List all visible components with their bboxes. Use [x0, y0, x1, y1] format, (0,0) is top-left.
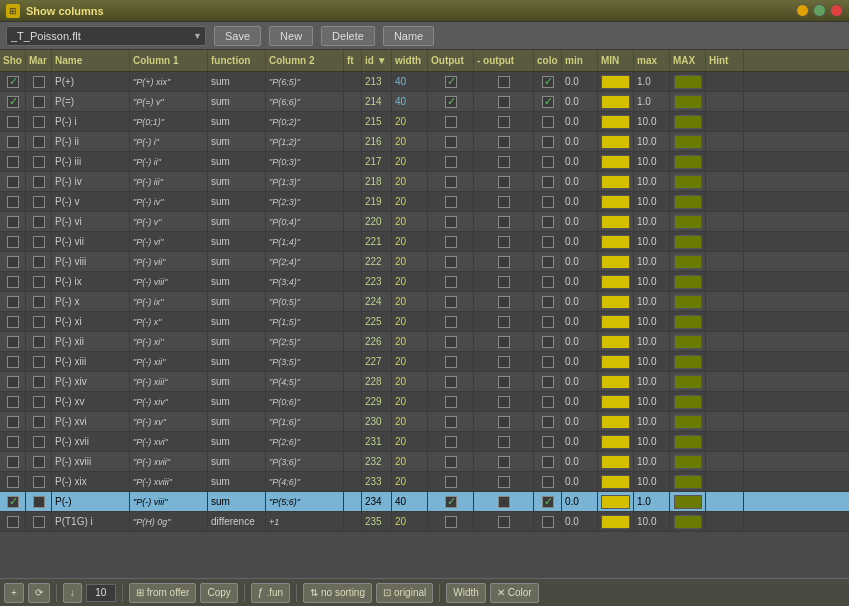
- refresh-button[interactable]: ⟳: [28, 583, 50, 603]
- checkbox[interactable]: [542, 316, 554, 328]
- checkbox[interactable]: [498, 376, 510, 388]
- from-offer-button[interactable]: ⊞ from offer: [129, 583, 197, 603]
- checkbox[interactable]: [33, 336, 45, 348]
- checkbox[interactable]: [498, 356, 510, 368]
- table-row[interactable]: P(-) x "P(-) ix" sum "P(0;5)" 224 20 0.0…: [0, 292, 849, 312]
- table-row[interactable]: P(-) "P(-) viii" sum "P(5;6)" 234 40 0.0…: [0, 492, 849, 512]
- checkbox[interactable]: [445, 176, 457, 188]
- table-row[interactable]: P(-) viii "P(-) vii" sum "P(2;4)" 222 20…: [0, 252, 849, 272]
- checkbox[interactable]: [445, 196, 457, 208]
- checkbox[interactable]: [542, 276, 554, 288]
- checkbox[interactable]: [542, 436, 554, 448]
- checkbox[interactable]: [542, 416, 554, 428]
- checkbox[interactable]: [33, 396, 45, 408]
- checkbox[interactable]: [33, 516, 45, 528]
- checkbox[interactable]: [7, 456, 19, 468]
- checkbox[interactable]: [542, 396, 554, 408]
- checkbox[interactable]: [445, 156, 457, 168]
- checkbox[interactable]: [445, 236, 457, 248]
- checkbox[interactable]: [33, 456, 45, 468]
- checkbox[interactable]: [498, 396, 510, 408]
- checkbox[interactable]: [445, 416, 457, 428]
- table-row[interactable]: P(-) vi "P(-) v" sum "P(0;4)" 220 20 0.0…: [0, 212, 849, 232]
- table-row[interactable]: P(+) "P(+) xix" sum "P(6;5)" 213 40 0.0 …: [0, 72, 849, 92]
- checkbox[interactable]: [498, 436, 510, 448]
- original-button[interactable]: ⊡ original: [376, 583, 433, 603]
- checkbox[interactable]: [33, 176, 45, 188]
- checkbox[interactable]: [7, 516, 19, 528]
- save-button[interactable]: Save: [214, 26, 261, 46]
- checkbox[interactable]: [498, 156, 510, 168]
- checkbox[interactable]: [445, 76, 457, 88]
- checkbox[interactable]: [498, 76, 510, 88]
- checkbox[interactable]: [33, 356, 45, 368]
- checkbox[interactable]: [445, 96, 457, 108]
- checkbox[interactable]: [445, 316, 457, 328]
- checkbox[interactable]: [542, 356, 554, 368]
- checkbox[interactable]: [445, 516, 457, 528]
- checkbox[interactable]: [445, 296, 457, 308]
- checkbox[interactable]: [33, 416, 45, 428]
- maximize-button[interactable]: [813, 4, 826, 17]
- checkbox[interactable]: [542, 196, 554, 208]
- checkbox[interactable]: [542, 176, 554, 188]
- checkbox[interactable]: [498, 96, 510, 108]
- checkbox[interactable]: [7, 316, 19, 328]
- checkbox[interactable]: [33, 496, 45, 508]
- arrow-down-button[interactable]: ↓: [63, 583, 82, 603]
- table-row[interactable]: P(-) vii "P(-) vi" sum "P(1;4)" 221 20 0…: [0, 232, 849, 252]
- checkbox[interactable]: [498, 276, 510, 288]
- checkbox[interactable]: [445, 396, 457, 408]
- table-row[interactable]: P(-) xviii "P(-) xvii" sum "P(3;6)" 232 …: [0, 452, 849, 472]
- checkbox[interactable]: [7, 336, 19, 348]
- checkbox[interactable]: [33, 116, 45, 128]
- checkbox[interactable]: [7, 436, 19, 448]
- checkbox[interactable]: [498, 296, 510, 308]
- fun-button[interactable]: ƒ .fun: [251, 583, 290, 603]
- checkbox[interactable]: [445, 336, 457, 348]
- checkbox[interactable]: [33, 196, 45, 208]
- checkbox[interactable]: [498, 176, 510, 188]
- checkbox[interactable]: [445, 136, 457, 148]
- checkbox[interactable]: [445, 496, 457, 508]
- checkbox[interactable]: [33, 216, 45, 228]
- checkbox[interactable]: [445, 476, 457, 488]
- table-row[interactable]: P(-) xiii "P(-) xii" sum "P(3;5)" 227 20…: [0, 352, 849, 372]
- table-row[interactable]: P(-) xiv "P(-) xiii" sum "P(4;5)" 228 20…: [0, 372, 849, 392]
- checkbox[interactable]: [7, 256, 19, 268]
- table-row[interactable]: P(-) xv "P(-) xiv" sum "P(0;6)" 229 20 0…: [0, 392, 849, 412]
- color-button[interactable]: ✕ Color: [490, 583, 539, 603]
- checkbox[interactable]: [498, 136, 510, 148]
- checkbox[interactable]: [498, 116, 510, 128]
- checkbox[interactable]: [445, 216, 457, 228]
- checkbox[interactable]: [7, 156, 19, 168]
- width-button[interactable]: Width: [446, 583, 486, 603]
- checkbox[interactable]: [7, 116, 19, 128]
- checkbox[interactable]: [498, 216, 510, 228]
- checkbox[interactable]: [542, 96, 554, 108]
- checkbox[interactable]: [498, 316, 510, 328]
- checkbox[interactable]: [33, 256, 45, 268]
- checkbox[interactable]: [542, 496, 554, 508]
- checkbox[interactable]: [33, 276, 45, 288]
- table-row[interactable]: P(-) i "P(0;1)" sum "P(0;2)" 215 20 0.0 …: [0, 112, 849, 132]
- checkbox[interactable]: [7, 216, 19, 228]
- checkbox[interactable]: [542, 296, 554, 308]
- checkbox[interactable]: [7, 356, 19, 368]
- checkbox[interactable]: [445, 116, 457, 128]
- checkbox[interactable]: [7, 476, 19, 488]
- checkbox[interactable]: [498, 456, 510, 468]
- checkbox[interactable]: [33, 236, 45, 248]
- file-dropdown[interactable]: _T_Poisson.flt: [6, 26, 206, 46]
- checkbox[interactable]: [498, 336, 510, 348]
- table-row[interactable]: P(=) "P(=) v" sum "P(6;6)" 214 40 0.0 1.…: [0, 92, 849, 112]
- no-sorting-button[interactable]: ⇅ no sorting: [303, 583, 372, 603]
- checkbox[interactable]: [7, 296, 19, 308]
- num-input[interactable]: [86, 584, 116, 602]
- table-row[interactable]: P(-) ix "P(-) viii" sum "P(3;4)" 223 20 …: [0, 272, 849, 292]
- checkbox[interactable]: [33, 156, 45, 168]
- copy-button[interactable]: Copy: [200, 583, 237, 603]
- checkbox[interactable]: [542, 236, 554, 248]
- checkbox[interactable]: [445, 436, 457, 448]
- checkbox[interactable]: [542, 136, 554, 148]
